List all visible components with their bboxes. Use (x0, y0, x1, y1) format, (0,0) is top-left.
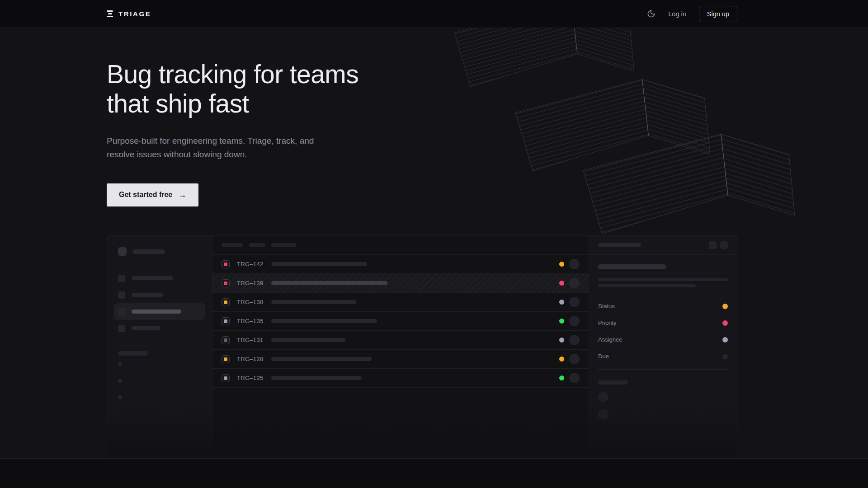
arrow-right-icon: → (178, 190, 186, 200)
issue-row[interactable]: TRG–128 (212, 350, 589, 369)
workspace-name-skeleton (132, 249, 165, 254)
issue-type-icon (222, 279, 230, 287)
issue-title-skeleton (271, 300, 356, 304)
field-value-dot (722, 304, 728, 309)
nav-item-label-skeleton (132, 326, 160, 330)
sidebar-nav-item[interactable] (114, 270, 205, 286)
sidebar-dot-item[interactable] (118, 389, 201, 406)
issue-id: TRG–135 (237, 318, 266, 324)
mockup-issue-list: TRG–142 TRG–139 TRG–138 TRG–135 (212, 235, 589, 459)
issue-type-dot (224, 376, 227, 380)
status-dot (559, 281, 564, 286)
issue-row[interactable]: TRG–142 (212, 255, 589, 274)
issue-rows: TRG–142 TRG–139 TRG–138 TRG–135 (212, 255, 589, 388)
issue-type-dot (224, 357, 227, 361)
page: TRIAGE Log in Sign up (0, 0, 868, 488)
divider (116, 346, 203, 346)
nav-item-label-skeleton (132, 276, 173, 280)
detail-field-row[interactable]: Assignee (598, 331, 728, 348)
assignee-avatar (569, 373, 580, 383)
issue-type-icon (222, 317, 230, 325)
divider (598, 369, 728, 370)
issue-type-dot (224, 282, 227, 285)
status-dot (559, 338, 564, 343)
mockup-detail-panel: Status Priority Assignee Due (589, 235, 737, 459)
detail-action-button[interactable] (709, 241, 717, 249)
hero-subtitle: Purpose-built for engineering teams. Tri… (107, 134, 737, 161)
issue-id: TRG–138 (237, 299, 266, 305)
sidebar-nav-item[interactable] (114, 320, 205, 337)
divider (598, 294, 728, 294)
detail-field-row[interactable]: Status (598, 298, 728, 314)
sidebar-nav-item[interactable] (114, 286, 205, 303)
issue-id: TRG–131 (237, 337, 266, 343)
assignee-avatar (569, 259, 580, 269)
signup-button[interactable]: Sign up (699, 6, 737, 22)
issue-title-skeleton (271, 262, 367, 266)
issue-id: TRG–125 (237, 375, 266, 381)
detail-fields: Status Priority Assignee Due (598, 298, 728, 365)
activity-avatars (598, 392, 728, 420)
toolbar-pill-skeleton (271, 243, 297, 247)
hero-title: Bug tracking for teamsthat ship fast (107, 28, 737, 118)
theme-toggle-button[interactable] (647, 9, 656, 18)
detail-title-skeleton (598, 264, 666, 269)
issue-type-dot (224, 319, 227, 323)
issue-type-icon (222, 260, 230, 268)
triage-logo-icon (107, 10, 113, 17)
issue-row-highlighted[interactable]: TRG–139 (212, 274, 589, 293)
assignee-avatar (569, 316, 580, 326)
field-label: Assignee (598, 336, 622, 343)
nav-item-icon-skeleton (118, 291, 125, 299)
activity-label-skeleton (598, 380, 628, 385)
assignee-avatar (569, 335, 580, 345)
status-dot (559, 375, 564, 380)
issue-row[interactable]: TRG–125 (212, 369, 589, 388)
login-link[interactable]: Log in (668, 10, 686, 18)
field-value-dot (722, 337, 728, 343)
issue-title-skeleton (271, 281, 387, 285)
issue-row[interactable]: TRG–135 (212, 312, 589, 331)
detail-header-skeleton (598, 243, 641, 247)
app-mockup: TRG–142 TRG–139 TRG–138 TRG–135 (107, 235, 737, 459)
issue-id: TRG–128 (237, 356, 266, 362)
dot-skeleton (118, 362, 122, 366)
field-label: Priority (598, 319, 616, 326)
issue-type-dot (224, 263, 227, 266)
brand-name: TRIAGE (118, 10, 151, 18)
nav-item-label-skeleton (132, 293, 163, 297)
issue-type-icon (222, 336, 230, 344)
issue-type-dot (224, 338, 227, 342)
get-started-button[interactable]: Get started free → (107, 183, 198, 206)
detail-header-actions (709, 241, 728, 249)
field-label: Status (598, 303, 615, 310)
detail-field-row[interactable]: Due (598, 348, 728, 365)
brand[interactable]: TRIAGE (107, 10, 151, 18)
workspace-switcher[interactable] (118, 247, 201, 256)
field-value-dot (722, 320, 728, 326)
comment-avatar (598, 409, 609, 420)
nav-item-icon-skeleton (118, 308, 125, 315)
issue-type-icon (222, 355, 230, 363)
mockup-sidebar (107, 235, 212, 459)
footer (0, 459, 868, 488)
sidebar-nav-item-active[interactable] (114, 303, 205, 320)
hero-section: Bug tracking for teamsthat ship fast Pur… (0, 28, 868, 459)
detail-action-button[interactable] (720, 241, 728, 249)
toolbar-pill-skeleton (249, 243, 265, 247)
status-dot (559, 357, 564, 361)
sidebar-dot-item[interactable] (118, 356, 201, 372)
sidebar-dot-item[interactable] (118, 372, 201, 389)
comment-avatar (598, 392, 609, 402)
status-dot (559, 300, 564, 305)
field-value-dot (722, 354, 728, 359)
nav-item-icon-skeleton (118, 275, 125, 282)
detail-header (589, 235, 737, 255)
toolbar-pill-skeleton (222, 243, 243, 247)
status-dot (559, 319, 564, 324)
issue-row[interactable]: TRG–131 (212, 331, 589, 350)
field-label: Due (598, 353, 609, 360)
issue-row[interactable]: TRG–138 (212, 293, 589, 312)
detail-field-row[interactable]: Priority (598, 314, 728, 331)
mockup-toolbar (212, 235, 589, 255)
